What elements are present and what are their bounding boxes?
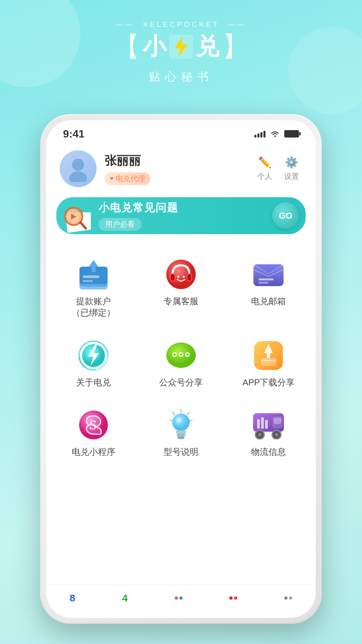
app-download-icon [250, 339, 287, 372]
menu-item-app-download[interactable]: APP下载分享 [225, 329, 312, 398]
svg-point-37 [180, 354, 182, 356]
mini-svg: S [78, 410, 109, 440]
svg-rect-26 [258, 282, 268, 284]
signal-icon [254, 130, 265, 138]
edit-icon: ✏️ [258, 156, 272, 169]
nav-dots-5 [284, 596, 292, 600]
status-icons [254, 130, 299, 138]
profile-left: 张丽丽 ♥ 电兑代理 [60, 150, 150, 187]
service-svg [166, 259, 196, 289]
phone-outer: 9:41 [40, 114, 322, 624]
avatar-image [65, 155, 92, 182]
model-info-icon [163, 408, 199, 442]
nav-dot-3b [179, 596, 183, 600]
mini-program-label: 电兑小程序 [72, 446, 115, 458]
profile-name: 张丽丽 [105, 153, 150, 169]
menu-item-about[interactable]: 关于电兑 [50, 329, 137, 398]
banner-subtitle: 用户必看 [99, 218, 141, 231]
profile-badge: ♥ 电兑代理 [105, 172, 150, 185]
svg-rect-54 [178, 436, 184, 439]
wechat-share-label: 公众号分享 [159, 377, 203, 388]
battery-icon [284, 130, 299, 138]
nav-item-3[interactable] [175, 596, 183, 600]
svg-point-3 [69, 171, 87, 182]
nav-dot-3a [175, 596, 178, 600]
nav-item-1[interactable]: 8 [70, 592, 75, 604]
signal-bar-2 [257, 133, 259, 138]
nav-dots-4 [229, 596, 237, 600]
menu-item-wechat-share[interactable]: 公众号分享 [137, 329, 225, 398]
model-info-label: 型号说明 [164, 446, 198, 458]
svg-rect-60 [265, 420, 268, 429]
truck-svg [252, 411, 285, 439]
svg-rect-40 [261, 358, 276, 366]
menu-item-mailbox[interactable]: 电兑邮箱 [225, 248, 312, 329]
personal-label: 个人 [257, 171, 272, 181]
faq-banner[interactable]: 小电兑常见问题 用户必看 GO [56, 197, 306, 234]
service-icon [163, 258, 199, 291]
action-settings[interactable]: ⚙️ 设置 [284, 156, 299, 181]
profile-area: 张丽丽 ♥ 电兑代理 ✏️ 个人 ⚙️ 设置 [46, 144, 316, 194]
svg-rect-59 [261, 417, 264, 429]
nav-badge-1: 8 [70, 592, 75, 604]
nav-dot-4a [229, 596, 233, 600]
tagline: 贴心秘书 [80, 69, 282, 85]
lightning-icon [169, 35, 193, 59]
badge-label: 电兑代理 [116, 174, 145, 184]
svg-rect-57 [274, 418, 281, 424]
brand-subtitle: —— XELECPOCKET —— [80, 20, 282, 29]
banner-text: 小电兑常见问题 用户必看 [99, 201, 267, 231]
bracket-left: 【 [113, 33, 140, 60]
menu-item-logistics[interactable]: 物流信息 [225, 398, 312, 468]
about-label: 关于电兑 [76, 377, 111, 388]
svg-rect-53 [177, 434, 185, 436]
withdrawal-label: 提款账户（已绑定） [72, 296, 115, 319]
nav-item-4[interactable] [229, 596, 237, 600]
svg-line-46 [187, 412, 189, 415]
phone-notch [151, 120, 211, 132]
nav-dot-4b [234, 596, 237, 600]
menu-item-service[interactable]: 专属客服 [137, 248, 225, 329]
mailbox-svg [252, 261, 285, 288]
avatar [60, 150, 97, 187]
svg-point-36 [174, 354, 176, 356]
menu-item-model-info[interactable]: 型号说明 [137, 398, 225, 468]
banner-image [60, 199, 93, 232]
app-download-label: APP下载分享 [242, 377, 295, 388]
action-personal[interactable]: ✏️ 个人 [257, 156, 272, 181]
svg-point-22 [177, 276, 179, 278]
brand-char1: 小 [143, 31, 166, 62]
withdrawal-icon [75, 258, 112, 291]
download-svg [253, 340, 284, 371]
service-label: 专属客服 [164, 296, 198, 307]
bottom-nav: 8 4 [46, 584, 316, 618]
svg-point-50 [172, 414, 190, 431]
svg-point-38 [186, 354, 188, 356]
menu-item-mini-program[interactable]: S 电兑小程序 [50, 398, 137, 468]
signal-bar-3 [260, 132, 262, 138]
gear-icon: ⚙️ [285, 156, 298, 169]
svg-rect-21 [187, 274, 191, 281]
svg-rect-19 [171, 274, 175, 281]
nav-item-5[interactable] [284, 596, 292, 600]
wechat-share-icon [163, 339, 199, 372]
svg-point-62 [258, 433, 261, 436]
logistics-label: 物流信息 [251, 446, 286, 458]
svg-point-2 [72, 159, 84, 171]
svg-rect-41 [261, 360, 276, 361]
phone-screen: 9:41 [46, 120, 316, 618]
mini-program-icon: S [75, 408, 112, 442]
mailbox-label: 电兑邮箱 [251, 296, 286, 307]
nav-dot-5b [289, 596, 292, 600]
about-svg [78, 340, 109, 371]
phone-mockup: 9:41 [40, 114, 322, 624]
banner-go-button[interactable]: GO [272, 202, 299, 229]
nav-badge-2: 4 [122, 592, 128, 604]
logistics-icon [250, 408, 287, 442]
svg-point-51 [176, 418, 181, 423]
banner-illustration [60, 199, 97, 234]
menu-item-withdrawal[interactable]: 提款账户（已绑定） [50, 248, 137, 329]
svg-line-48 [173, 412, 175, 415]
nav-dot-5a [284, 596, 288, 600]
nav-item-2[interactable]: 4 [122, 592, 128, 604]
